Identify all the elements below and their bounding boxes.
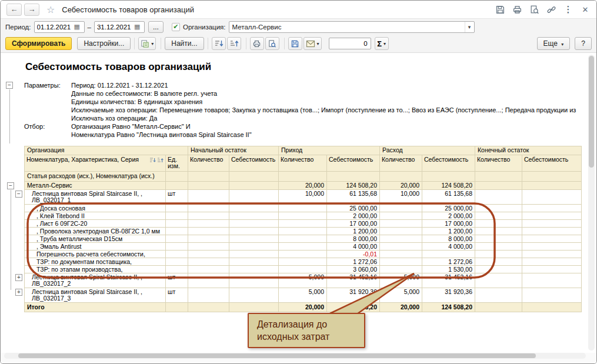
col-organization[interactable]: Организация xyxy=(25,146,188,155)
row-value xyxy=(522,288,582,303)
more-actions-button[interactable]: Еще ▾ xyxy=(537,37,571,50)
more-menu-icon[interactable]: ⋮ xyxy=(563,4,573,15)
report-content: Себестоимость товаров организаций Параме… xyxy=(1,53,596,312)
sort-descending-icon xyxy=(214,39,224,48)
sort-descending-icon[interactable] xyxy=(157,157,164,163)
col-expense-item[interactable]: Статья расходов (исх.), Номенклатура (ис… xyxy=(25,172,166,182)
row-value xyxy=(475,258,522,266)
col-closing-balance[interactable]: Конечный остаток xyxy=(475,146,582,155)
table-row[interactable]: Итого20,000124 508,2020,000124 508,20 xyxy=(25,303,582,312)
table-row[interactable]: , Проволока электродная СВ-08Г2С 1,0 мм1… xyxy=(25,228,582,235)
col-income[interactable]: Приход xyxy=(279,146,380,155)
chevron-down-icon[interactable]: ▾ xyxy=(465,22,474,32)
table-row[interactable]: , Доска сосновая25 000,0025 000,00 xyxy=(25,205,582,212)
horizontal-scrollbar[interactable] xyxy=(4,353,586,359)
calendar-icon[interactable]: ▦ xyxy=(74,23,80,31)
generate-button[interactable]: Сформировать xyxy=(5,37,72,50)
link-icon[interactable] xyxy=(546,4,556,15)
empty-header-cell xyxy=(229,172,279,182)
back-arrow-icon: ← xyxy=(11,5,18,14)
autosum-field[interactable] xyxy=(329,38,371,49)
col-expense-qty[interactable]: Количество xyxy=(380,155,422,172)
col-unit[interactable]: Ед. изм. xyxy=(166,155,188,172)
sort-ascending-icon[interactable] xyxy=(149,157,156,163)
param-line: Данные по себестоимости: В валюте регл. … xyxy=(71,89,577,98)
expand-row-button[interactable]: + xyxy=(15,289,22,296)
col-expense-cost[interactable]: Себестоимость xyxy=(422,155,475,172)
report-title: Себестоимость товаров организаций xyxy=(25,61,596,73)
collapse-header-button[interactable]: − xyxy=(6,82,13,89)
calendar-icon[interactable]: ▦ xyxy=(134,23,140,31)
vertical-scrollbar-thumb[interactable] xyxy=(589,56,594,168)
titlebar-icons: ⋮ ✕ xyxy=(495,4,591,15)
favorite-star-icon[interactable]: ☆ xyxy=(46,4,55,15)
report-toolbar: Сформировать Настройки... ▾ Найти... ▾ xyxy=(1,35,596,52)
table-row[interactable]: +Лестница винтовая Spiral Staircase II, … xyxy=(25,273,582,288)
vertical-scrollbar[interactable] xyxy=(588,55,595,350)
row-value xyxy=(279,243,327,251)
table-row[interactable]: , Труба металлическая D15см8 000,008 000… xyxy=(25,235,582,243)
print-icon[interactable] xyxy=(512,4,522,15)
col-expense[interactable]: Расход xyxy=(380,146,475,155)
print-preview-icon[interactable] xyxy=(529,4,539,15)
col-closing-qty[interactable]: Количество xyxy=(475,155,522,172)
row-unit xyxy=(166,228,188,235)
table-column-header-row: Номенклатура, Характеристика, Серия Ед. … xyxy=(25,155,582,172)
table-row[interactable]: , Эмаль Antirust4 000,004 000,00 xyxy=(25,243,582,251)
send-email-button[interactable]: ▾ xyxy=(303,37,322,50)
collapse-row-button[interactable]: − xyxy=(7,182,14,189)
table-row[interactable]: ТЗР: по документам поставщика,1 272,061 … xyxy=(25,258,582,266)
col-nomenclature[interactable]: Номенклатура, Характеристика, Серия xyxy=(25,155,166,172)
report-table: Организация Начальный остаток Приход Рас… xyxy=(24,146,582,312)
organization-combo[interactable]: Металл-Сервис ▾ xyxy=(229,21,475,33)
row-value xyxy=(279,251,327,258)
horizontal-scrollbar-thumb[interactable] xyxy=(18,353,536,358)
col-income-qty[interactable]: Количество xyxy=(279,155,327,172)
organization-checkbox[interactable]: ✔ xyxy=(172,23,180,31)
col-closing-cost[interactable]: Себестоимость xyxy=(522,155,582,172)
empty-header-cell xyxy=(327,172,380,182)
col-opening-qty[interactable]: Количество xyxy=(188,155,229,172)
forward-button[interactable]: → xyxy=(24,4,39,16)
table-row[interactable]: +Лестница винтовая Spiral Staircase II, … xyxy=(25,288,582,303)
col-nomenclature-label: Номенклатура, Характеристика, Серия xyxy=(26,156,139,163)
table-row[interactable]: , Клей Titebond II2 000,002 000,00 xyxy=(25,212,582,220)
row-value: 4 000,00 xyxy=(422,243,475,251)
find-button[interactable]: Найти... xyxy=(165,37,204,50)
collapse-row-button[interactable]: − xyxy=(15,191,22,198)
save-result-button[interactable] xyxy=(288,37,302,50)
row-value: 17 000,00 xyxy=(327,220,380,228)
back-button[interactable]: ← xyxy=(6,4,22,16)
print-button[interactable] xyxy=(250,37,264,50)
expand-row-button[interactable]: + xyxy=(15,274,22,281)
table-row[interactable]: ТЗР: по этапам производства,3 060,001 53… xyxy=(25,266,582,273)
help-button[interactable]: ? xyxy=(575,37,592,50)
close-icon[interactable]: ✕ xyxy=(580,4,591,15)
window-title: Себестоимость товаров организаций xyxy=(62,5,194,14)
table-row[interactable]: Погрешность расчета себестоимости,-0,01 xyxy=(25,251,582,258)
collapse-groups-button[interactable] xyxy=(227,37,241,50)
row-value xyxy=(475,273,522,288)
period-to-field[interactable]: ▦ xyxy=(94,21,145,33)
period-options-button[interactable]: ... xyxy=(148,21,164,33)
row-value: 8 000,00 xyxy=(327,235,380,243)
table-row[interactable]: −Металл-Сервис20,000124 508,2020,000124 … xyxy=(25,182,582,190)
row-value xyxy=(229,228,279,235)
period-from-field[interactable]: ▦ xyxy=(34,21,85,33)
row-value: 8 000,00 xyxy=(422,235,475,243)
period-to-input[interactable] xyxy=(95,24,134,31)
col-opening-cost[interactable]: Себестоимость xyxy=(229,155,279,172)
col-income-cost[interactable]: Себестоимость xyxy=(327,155,380,172)
expand-groups-button[interactable] xyxy=(212,37,226,50)
save-icon[interactable] xyxy=(495,4,505,15)
table-row[interactable]: −Лестница винтовая Spiral Staircase II, … xyxy=(25,190,582,205)
row-value xyxy=(229,258,279,266)
autosum-button[interactable]: Σ ▾ xyxy=(375,37,389,50)
col-opening-balance[interactable]: Начальный остаток xyxy=(188,146,279,155)
table-row[interactable]: , Лист 6 09Г2С-2017 000,0017 000,00 xyxy=(25,220,582,228)
settings-button[interactable]: Настройки... xyxy=(77,37,131,50)
preview-button[interactable] xyxy=(265,37,279,50)
period-from-input[interactable] xyxy=(35,24,74,31)
row-value: 31 920,36 xyxy=(327,288,380,303)
report-variants-button[interactable]: ▾ xyxy=(138,37,156,50)
